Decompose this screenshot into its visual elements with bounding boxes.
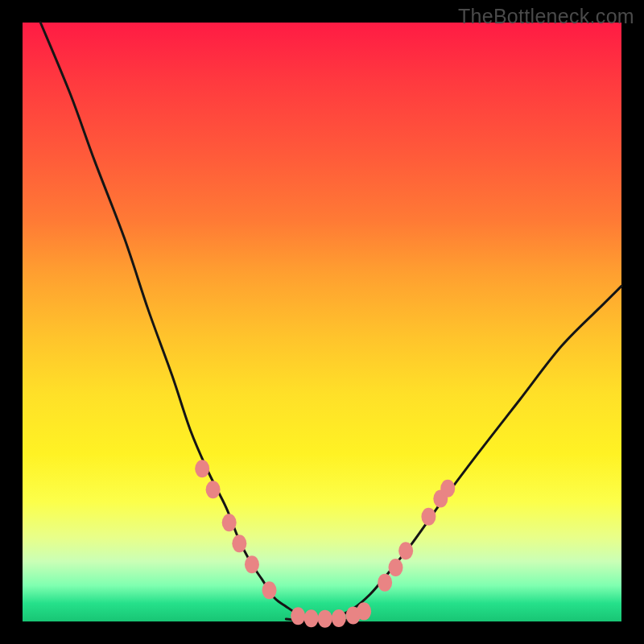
marker-left-3 <box>232 535 246 552</box>
marker-bottom-2 <box>318 610 332 628</box>
plot-area <box>23 23 621 621</box>
curve-left-curve <box>40 23 322 621</box>
marker-right-5 <box>440 480 455 497</box>
marker-right-3 <box>421 508 436 526</box>
marker-right-2 <box>398 542 413 559</box>
watermark-text: TheBottleneck.com <box>458 5 634 28</box>
marker-left-2 <box>222 514 237 531</box>
marker-bottom-0 <box>291 607 305 625</box>
marker-bottom-1 <box>304 609 319 627</box>
marker-right-1 <box>389 559 403 576</box>
curve-layer <box>23 23 621 621</box>
curve-right-curve <box>322 286 621 620</box>
marker-right-0 <box>378 574 392 592</box>
marker-left-5 <box>262 581 277 599</box>
chart-frame: TheBottleneck.com <box>0 0 644 644</box>
marker-left-4 <box>245 555 259 573</box>
marker-left-0 <box>195 460 209 477</box>
marker-bottom-5 <box>357 602 371 620</box>
marker-bottom-3 <box>332 609 346 627</box>
marker-left-1 <box>206 481 221 498</box>
